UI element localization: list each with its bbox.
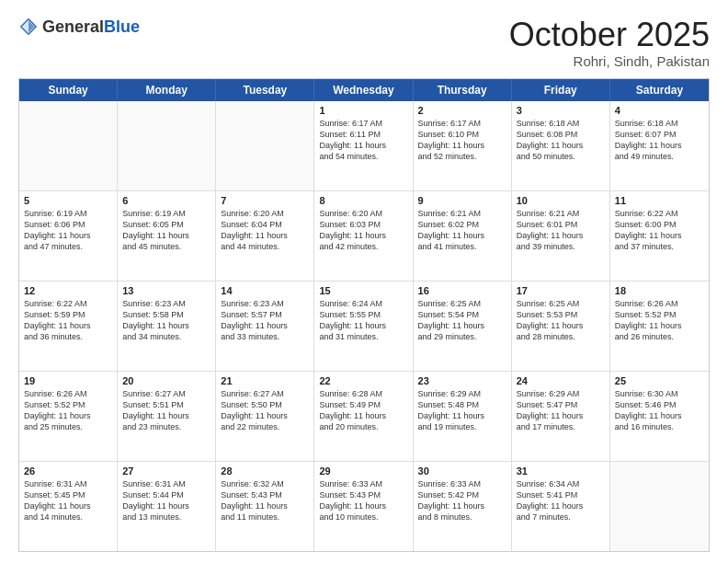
day-number: 8 (319, 195, 407, 206)
day-cell-24: 24Sunrise: 6:29 AM Sunset: 5:47 PM Dayli… (512, 372, 610, 461)
day-info: Sunrise: 6:27 AM Sunset: 5:51 PM Dayligh… (122, 388, 210, 433)
day-number: 24 (517, 375, 605, 386)
empty-cell-4-6 (610, 462, 709, 551)
day-cell-4: 4Sunrise: 6:18 AM Sunset: 6:07 PM Daylig… (610, 101, 709, 190)
day-cell-20: 20Sunrise: 6:27 AM Sunset: 5:51 PM Dayli… (118, 372, 216, 461)
day-cell-30: 30Sunrise: 6:33 AM Sunset: 5:42 PM Dayli… (414, 462, 512, 551)
day-cell-7: 7Sunrise: 6:20 AM Sunset: 6:04 PM Daylig… (216, 191, 314, 281)
logo-blue: Blue (104, 17, 140, 36)
day-number: 30 (418, 465, 506, 477)
day-number: 14 (221, 285, 309, 296)
day-cell-18: 18Sunrise: 6:26 AM Sunset: 5:52 PM Dayli… (610, 282, 709, 371)
day-info: Sunrise: 6:18 AM Sunset: 6:08 PM Dayligh… (517, 118, 605, 163)
day-info: Sunrise: 6:31 AM Sunset: 5:44 PM Dayligh… (122, 478, 210, 523)
empty-cell-0-1 (118, 101, 216, 190)
calendar-row-0: 1Sunrise: 6:17 AM Sunset: 6:11 PM Daylig… (19, 101, 709, 191)
day-cell-17: 17Sunrise: 6:25 AM Sunset: 5:53 PM Dayli… (512, 282, 610, 371)
day-number: 31 (517, 465, 605, 477)
day-cell-13: 13Sunrise: 6:23 AM Sunset: 5:58 PM Dayli… (118, 282, 216, 371)
day-cell-29: 29Sunrise: 6:33 AM Sunset: 5:43 PM Dayli… (314, 462, 413, 551)
day-number: 2 (418, 105, 506, 116)
calendar-row-4: 26Sunrise: 6:31 AM Sunset: 5:45 PM Dayli… (19, 462, 709, 551)
day-cell-21: 21Sunrise: 6:27 AM Sunset: 5:50 PM Dayli… (216, 372, 314, 461)
day-cell-1: 1Sunrise: 6:17 AM Sunset: 6:11 PM Daylig… (314, 101, 413, 190)
day-number: 18 (615, 285, 704, 296)
day-number: 15 (319, 285, 407, 296)
calendar-row-1: 5Sunrise: 6:19 AM Sunset: 6:06 PM Daylig… (19, 191, 709, 282)
weekday-header-monday: Monday (118, 79, 216, 101)
location: Rohri, Sindh, Pakistan (509, 53, 710, 69)
weekday-header-wednesday: Wednesday (314, 79, 413, 101)
day-number: 28 (221, 465, 309, 477)
day-number: 1 (319, 105, 407, 116)
day-info: Sunrise: 6:26 AM Sunset: 5:52 PM Dayligh… (615, 298, 704, 343)
day-number: 20 (122, 375, 210, 386)
day-cell-5: 5Sunrise: 6:19 AM Sunset: 6:06 PM Daylig… (19, 191, 118, 281)
page: GeneralBlue October 2025 Rohri, Sindh, P… (0, 0, 728, 563)
day-number: 7 (221, 195, 309, 206)
day-cell-16: 16Sunrise: 6:25 AM Sunset: 5:54 PM Dayli… (414, 282, 512, 371)
day-info: Sunrise: 6:21 AM Sunset: 6:01 PM Dayligh… (517, 208, 605, 253)
calendar-row-3: 19Sunrise: 6:26 AM Sunset: 5:52 PM Dayli… (19, 372, 709, 462)
day-info: Sunrise: 6:26 AM Sunset: 5:52 PM Dayligh… (24, 388, 112, 433)
day-number: 25 (615, 375, 704, 386)
day-number: 9 (418, 195, 506, 206)
day-cell-2: 2Sunrise: 6:17 AM Sunset: 6:10 PM Daylig… (414, 101, 512, 190)
weekday-header-sunday: Sunday (19, 79, 118, 101)
day-cell-31: 31Sunrise: 6:34 AM Sunset: 5:41 PM Dayli… (512, 462, 610, 551)
day-info: Sunrise: 6:30 AM Sunset: 5:46 PM Dayligh… (615, 388, 704, 433)
day-info: Sunrise: 6:23 AM Sunset: 5:57 PM Dayligh… (221, 298, 309, 343)
calendar-row-2: 12Sunrise: 6:22 AM Sunset: 5:59 PM Dayli… (19, 282, 709, 372)
day-info: Sunrise: 6:27 AM Sunset: 5:50 PM Dayligh… (221, 388, 309, 433)
day-info: Sunrise: 6:19 AM Sunset: 6:06 PM Dayligh… (24, 208, 112, 253)
day-number: 13 (122, 285, 210, 296)
day-cell-28: 28Sunrise: 6:32 AM Sunset: 5:43 PM Dayli… (216, 462, 314, 551)
day-number: 11 (615, 195, 704, 206)
day-number: 27 (122, 465, 210, 477)
weekday-header-saturday: Saturday (610, 79, 709, 101)
day-cell-3: 3Sunrise: 6:18 AM Sunset: 6:08 PM Daylig… (512, 101, 610, 190)
header: GeneralBlue October 2025 Rohri, Sindh, P… (18, 17, 710, 69)
day-info: Sunrise: 6:22 AM Sunset: 5:59 PM Dayligh… (24, 298, 112, 343)
calendar-header: SundayMondayTuesdayWednesdayThursdayFrid… (19, 79, 709, 101)
day-info: Sunrise: 6:33 AM Sunset: 5:43 PM Dayligh… (319, 478, 407, 523)
day-info: Sunrise: 6:20 AM Sunset: 6:04 PM Dayligh… (221, 208, 309, 253)
day-number: 12 (24, 285, 112, 296)
day-number: 22 (319, 375, 407, 386)
day-info: Sunrise: 6:19 AM Sunset: 6:05 PM Dayligh… (122, 208, 210, 253)
day-info: Sunrise: 6:32 AM Sunset: 5:43 PM Dayligh… (221, 478, 309, 523)
day-info: Sunrise: 6:25 AM Sunset: 5:53 PM Dayligh… (517, 298, 605, 343)
day-number: 10 (517, 195, 605, 206)
day-cell-22: 22Sunrise: 6:28 AM Sunset: 5:49 PM Dayli… (314, 372, 413, 461)
title-block: October 2025 Rohri, Sindh, Pakistan (509, 17, 710, 69)
day-cell-9: 9Sunrise: 6:21 AM Sunset: 6:02 PM Daylig… (414, 191, 512, 281)
day-number: 4 (615, 105, 704, 116)
day-number: 21 (221, 375, 309, 386)
day-info: Sunrise: 6:29 AM Sunset: 5:47 PM Dayligh… (517, 388, 605, 433)
day-cell-11: 11Sunrise: 6:22 AM Sunset: 6:00 PM Dayli… (610, 191, 709, 281)
day-number: 5 (24, 195, 112, 206)
calendar-body: 1Sunrise: 6:17 AM Sunset: 6:11 PM Daylig… (19, 101, 709, 551)
day-number: 17 (517, 285, 605, 296)
empty-cell-0-2 (216, 101, 314, 190)
day-cell-27: 27Sunrise: 6:31 AM Sunset: 5:44 PM Dayli… (118, 462, 216, 551)
day-cell-8: 8Sunrise: 6:20 AM Sunset: 6:03 PM Daylig… (314, 191, 413, 281)
logo-icon (18, 17, 39, 37)
day-number: 19 (24, 375, 112, 386)
day-info: Sunrise: 6:29 AM Sunset: 5:48 PM Dayligh… (418, 388, 506, 433)
logo: GeneralBlue (18, 17, 140, 37)
weekday-header-thursday: Thursday (414, 79, 512, 101)
day-cell-15: 15Sunrise: 6:24 AM Sunset: 5:55 PM Dayli… (314, 282, 413, 371)
logo-text: GeneralBlue (42, 17, 140, 37)
day-number: 26 (24, 465, 112, 477)
logo-general: General (42, 17, 104, 36)
day-cell-10: 10Sunrise: 6:21 AM Sunset: 6:01 PM Dayli… (512, 191, 610, 281)
day-cell-19: 19Sunrise: 6:26 AM Sunset: 5:52 PM Dayli… (19, 372, 118, 461)
day-cell-26: 26Sunrise: 6:31 AM Sunset: 5:45 PM Dayli… (19, 462, 118, 551)
day-number: 6 (122, 195, 210, 206)
day-info: Sunrise: 6:20 AM Sunset: 6:03 PM Dayligh… (319, 208, 407, 253)
day-info: Sunrise: 6:21 AM Sunset: 6:02 PM Dayligh… (418, 208, 506, 253)
day-info: Sunrise: 6:34 AM Sunset: 5:41 PM Dayligh… (517, 478, 605, 523)
day-cell-12: 12Sunrise: 6:22 AM Sunset: 5:59 PM Dayli… (19, 282, 118, 371)
day-info: Sunrise: 6:18 AM Sunset: 6:07 PM Dayligh… (615, 118, 704, 163)
